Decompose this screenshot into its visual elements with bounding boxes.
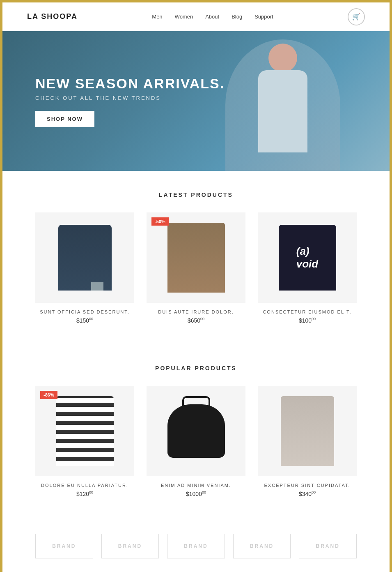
popular-products-grid: -86% DOLORE EU NULLA PARIATUR. $12000 EN… [35, 386, 357, 497]
cart-icon: 🛒 [352, 13, 360, 21]
product-price-5: $100000 [147, 490, 245, 497]
product-image-jacket: -50% [147, 212, 245, 303]
brand-1[interactable]: BRAND [35, 534, 93, 558]
product-price-4: $12000 [35, 490, 134, 497]
nav-blog[interactable]: Blog [232, 14, 242, 20]
product-name-1: SUNT OFFICIA SED DESERUNT. [35, 309, 134, 314]
latest-products-title: LATEST PRODUCTS [35, 191, 357, 198]
cart-button[interactable]: 🛒 [348, 8, 365, 25]
brand-4[interactable]: BRAND [233, 534, 291, 558]
product-price-1: $15000 [35, 317, 134, 324]
hero-cta-button[interactable]: SHOP NOW [35, 111, 94, 127]
product-image-void: (a)void [258, 212, 357, 303]
product-name-6: EXCEPTEUR SINT CUPIDATAT. [258, 483, 357, 488]
void-img: (a)void [279, 225, 336, 291]
popular-products-title: POPULAR PRODUCTS [35, 365, 357, 371]
latest-products-grid: SUNT OFFICIA SED DESERUNT. $15000 -50% D… [35, 212, 357, 324]
hero-content: NEW SEASON ARRIVALS. CHECK OUT ALL THE N… [2, 51, 257, 152]
bag-img [167, 404, 225, 458]
brands-grid: BRAND BRAND BRAND BRAND BRAND [35, 534, 357, 558]
product-badge-1: -50% [151, 217, 169, 226]
product-badge-2: -86% [40, 391, 57, 399]
product-image-sweater [35, 212, 134, 303]
product-card-sweater[interactable]: SUNT OFFICIA SED DESERUNT. $15000 [35, 212, 134, 324]
product-card-void[interactable]: (a)void CONSECTETUR EIUSMOD ELIT. $10000 [258, 212, 357, 324]
hero-title: NEW SEASON ARRIVALS. [35, 76, 225, 92]
product-card-jacket[interactable]: -50% DUIS AUTE IRURE DOLOR. $65000 [147, 212, 245, 324]
product-image-bag [147, 386, 245, 476]
product-name-5: ENIM AD MINIM VENIAM. [147, 483, 245, 488]
product-card-cardigan[interactable]: EXCEPTEUR SINT CUPIDATAT. $34000 [258, 386, 357, 497]
popular-products-section: POPULAR PRODUCTS -86% DOLORE EU NULLA PA… [2, 344, 390, 518]
product-card-stripe[interactable]: -86% DOLORE EU NULLA PARIATUR. $12000 [35, 386, 134, 497]
product-image-cardigan [258, 386, 357, 476]
product-name-4: DOLORE EU NULLA PARIATUR. [35, 483, 134, 488]
nav-about[interactable]: About [205, 14, 219, 20]
cardigan-img [281, 396, 334, 466]
nav-support[interactable]: Support [254, 14, 273, 20]
brand-2[interactable]: BRAND [101, 534, 159, 558]
product-card-bag[interactable]: ENIM AD MINIM VENIAM. $100000 [147, 386, 245, 497]
product-name-2: DUIS AUTE IRURE DOLOR. [147, 309, 245, 314]
brand-3[interactable]: BRAND [167, 534, 225, 558]
nav-women[interactable]: Women [175, 14, 193, 20]
brand-5[interactable]: BRAND [299, 534, 357, 558]
jacket-img [167, 223, 225, 293]
brands-section: BRAND BRAND BRAND BRAND BRAND [2, 517, 390, 572]
main-nav: Men Women About Blog Support [152, 14, 273, 20]
product-price-6: $34000 [258, 490, 357, 497]
product-price-3: $10000 [258, 317, 357, 324]
latest-products-section: LATEST PRODUCTS SUNT OFFICIA SED DESERUN… [2, 171, 390, 344]
hero-subtitle: CHECK OUT ALL THE NEW TRENDS [35, 95, 225, 101]
product-name-3: CONSECTETUR EIUSMOD ELIT. [258, 309, 357, 314]
sweater-img [58, 225, 112, 291]
header: LA SHOOPA Men Women About Blog Support 🛒 [2, 2, 390, 31]
stripe-img [56, 396, 114, 466]
hero-section: NEW SEASON ARRIVALS. CHECK OUT ALL THE N… [2, 31, 390, 171]
product-price-2: $65000 [147, 317, 245, 324]
logo[interactable]: LA SHOOPA [27, 12, 78, 21]
product-image-stripe: -86% [35, 386, 134, 476]
nav-men[interactable]: Men [152, 14, 162, 20]
